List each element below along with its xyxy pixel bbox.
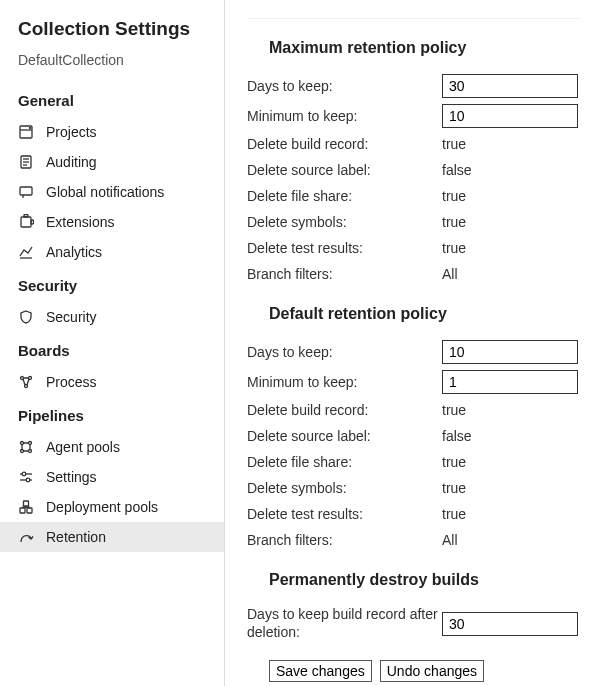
sidebar-item-security[interactable]: Security bbox=[0, 302, 224, 332]
sidebar-item-process[interactable]: Process bbox=[0, 367, 224, 397]
save-button[interactable]: Save changes bbox=[269, 660, 372, 682]
section-default-title: Default retention policy bbox=[247, 287, 581, 337]
def-days-input[interactable] bbox=[442, 340, 578, 364]
section-max-title: Maximum retention policy bbox=[247, 33, 581, 71]
sidebar-item-label: Extensions bbox=[46, 214, 114, 230]
def-delete-fileshare-label: Delete file share: bbox=[247, 454, 442, 470]
svg-point-2 bbox=[30, 128, 31, 129]
max-delete-symbols-value: true bbox=[442, 214, 466, 230]
sidebar-item-label: Deployment pools bbox=[46, 499, 158, 515]
sidebar-item-label: Auditing bbox=[46, 154, 97, 170]
collection-name: DefaultCollection bbox=[0, 46, 224, 82]
def-delete-source-value: false bbox=[442, 428, 472, 444]
def-days-label: Days to keep: bbox=[247, 344, 442, 360]
max-delete-symbols-label: Delete symbols: bbox=[247, 214, 442, 230]
sidebar-item-label: Settings bbox=[46, 469, 97, 485]
destroy-days-label: Days to keep build record after deletion… bbox=[247, 606, 442, 641]
sidebar-item-retention[interactable]: Retention bbox=[0, 522, 224, 552]
page-title: Collection Settings bbox=[0, 14, 224, 46]
sidebar-item-label: Analytics bbox=[46, 244, 102, 260]
def-branch-value: All bbox=[442, 532, 458, 548]
def-delete-source-label: Delete source label: bbox=[247, 428, 442, 444]
svg-rect-25 bbox=[24, 501, 29, 506]
deployment-icon bbox=[18, 499, 34, 515]
sidebar-item-auditing[interactable]: Auditing bbox=[0, 147, 224, 177]
svg-rect-23 bbox=[20, 508, 25, 513]
process-icon bbox=[18, 374, 34, 390]
max-min-label: Minimum to keep: bbox=[247, 108, 442, 124]
def-branch-label: Branch filters: bbox=[247, 532, 442, 548]
svg-rect-9 bbox=[24, 215, 28, 218]
agent-pools-icon bbox=[18, 439, 34, 455]
max-min-input[interactable] bbox=[442, 104, 578, 128]
max-days-input[interactable] bbox=[442, 74, 578, 98]
retention-icon bbox=[18, 529, 34, 545]
max-delete-tests-value: true bbox=[442, 240, 466, 256]
sidebar-item-label: Retention bbox=[46, 529, 106, 545]
extensions-icon bbox=[18, 214, 34, 230]
settings-icon bbox=[18, 469, 34, 485]
def-delete-tests-label: Delete test results: bbox=[247, 506, 442, 522]
sidebar-item-settings[interactable]: Settings bbox=[0, 462, 224, 492]
svg-point-17 bbox=[21, 450, 24, 453]
max-branch-label: Branch filters: bbox=[247, 266, 442, 282]
max-delete-source-value: false bbox=[442, 162, 472, 178]
max-delete-build-label: Delete build record: bbox=[247, 136, 442, 152]
destroy-days-input[interactable] bbox=[442, 612, 578, 636]
divider bbox=[247, 18, 581, 19]
sidebar-item-global-notifications[interactable]: Global notifications bbox=[0, 177, 224, 207]
def-min-label: Minimum to keep: bbox=[247, 374, 442, 390]
sidebar-item-deployment-pools[interactable]: Deployment pools bbox=[0, 492, 224, 522]
svg-point-22 bbox=[26, 478, 30, 482]
max-days-label: Days to keep: bbox=[247, 78, 442, 94]
nav-group-general: General bbox=[0, 82, 224, 117]
def-delete-build-value: true bbox=[442, 402, 466, 418]
undo-button[interactable]: Undo changes bbox=[380, 660, 484, 682]
svg-rect-24 bbox=[27, 508, 32, 513]
sidebar-item-projects[interactable]: Projects bbox=[0, 117, 224, 147]
svg-point-16 bbox=[29, 442, 32, 445]
sidebar-item-agent-pools[interactable]: Agent pools bbox=[0, 432, 224, 462]
sidebar-item-analytics[interactable]: Analytics bbox=[0, 237, 224, 267]
sidebar-item-label: Projects bbox=[46, 124, 97, 140]
projects-icon bbox=[18, 124, 34, 140]
sidebar-item-label: Global notifications bbox=[46, 184, 164, 200]
max-delete-build-value: true bbox=[442, 136, 466, 152]
svg-rect-8 bbox=[21, 217, 31, 227]
max-branch-value: All bbox=[442, 266, 458, 282]
def-delete-symbols-value: true bbox=[442, 480, 466, 496]
nav-group-pipelines: Pipelines bbox=[0, 397, 224, 432]
nav-group-security: Security bbox=[0, 267, 224, 302]
section-destroy-title: Permanently destroy builds bbox=[247, 553, 581, 603]
max-delete-fileshare-label: Delete file share: bbox=[247, 188, 442, 204]
max-delete-source-label: Delete source label: bbox=[247, 162, 442, 178]
main-panel: Maximum retention policy Days to keep: M… bbox=[225, 0, 603, 686]
svg-rect-7 bbox=[20, 187, 32, 195]
shield-icon bbox=[18, 309, 34, 325]
auditing-icon bbox=[18, 154, 34, 170]
svg-point-20 bbox=[22, 472, 26, 476]
sidebar: Collection Settings DefaultCollection Ge… bbox=[0, 0, 225, 686]
svg-point-15 bbox=[21, 442, 24, 445]
max-delete-fileshare-value: true bbox=[442, 188, 466, 204]
sidebar-item-label: Agent pools bbox=[46, 439, 120, 455]
sidebar-item-label: Process bbox=[46, 374, 97, 390]
max-delete-tests-label: Delete test results: bbox=[247, 240, 442, 256]
nav-group-boards: Boards bbox=[0, 332, 224, 367]
analytics-icon bbox=[18, 244, 34, 260]
def-delete-build-label: Delete build record: bbox=[247, 402, 442, 418]
def-delete-symbols-label: Delete symbols: bbox=[247, 480, 442, 496]
def-min-input[interactable] bbox=[442, 370, 578, 394]
def-delete-fileshare-value: true bbox=[442, 454, 466, 470]
svg-rect-10 bbox=[31, 220, 34, 224]
sidebar-item-extensions[interactable]: Extensions bbox=[0, 207, 224, 237]
sidebar-item-label: Security bbox=[46, 309, 97, 325]
def-delete-tests-value: true bbox=[442, 506, 466, 522]
notifications-icon bbox=[18, 184, 34, 200]
svg-point-18 bbox=[29, 450, 32, 453]
